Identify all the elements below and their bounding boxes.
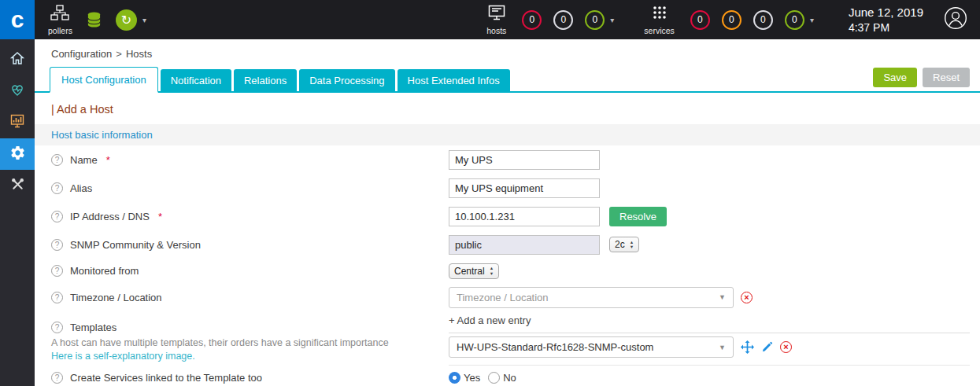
caret-down-icon: ▼ (719, 344, 726, 351)
database-status-icon[interactable] (87, 11, 102, 28)
breadcrumb-hosts[interactable]: Hosts (126, 48, 152, 60)
name-input[interactable] (449, 150, 600, 170)
radio-yes-label[interactable]: Yes (464, 372, 480, 384)
form-actions: Save Reset (873, 68, 970, 87)
topbar: c pollers ↻ ▾ hosts 0 0 0 ▾ (0, 0, 980, 39)
ip-input[interactable] (449, 207, 600, 226)
current-date: June 12, 2019 (849, 5, 923, 20)
hosts-chevron-down-icon[interactable]: ▾ (610, 16, 614, 24)
templates-help-link[interactable]: Here is a self-explanatory image. (51, 351, 195, 362)
help-icon[interactable]: ? (51, 265, 63, 277)
sidebar-item-home[interactable] (0, 44, 35, 75)
select-arrows-icon: ▲▼ (630, 240, 634, 249)
tab-data-processing[interactable]: Data Processing (299, 69, 394, 91)
help-icon[interactable]: ? (51, 292, 63, 303)
centreon-app: c pollers ↻ ▾ hosts 0 0 0 ▾ (0, 0, 980, 386)
template-edit-pencil-icon[interactable] (761, 341, 773, 353)
create-services-yes-option: Yes (449, 372, 480, 384)
host-counter-unreachable[interactable]: 0 (553, 10, 573, 30)
required-asterisk: * (158, 211, 162, 222)
sidebar (0, 39, 35, 386)
template-select[interactable]: HW-UPS-Standard-Rfc1628-SNMP-custom ▼ (449, 336, 734, 358)
help-icon[interactable]: ? (51, 182, 63, 194)
form-row-snmp: ? SNMP Community & Version 2c ▲▼ (35, 230, 980, 259)
tab-host-extended-infos[interactable]: Host Extended Infos (398, 69, 510, 91)
monitored-label-group: ? Monitored from (51, 265, 449, 277)
tab-notification[interactable]: Notification (161, 69, 231, 91)
template-delete-icon[interactable]: × (780, 341, 792, 353)
create-services-label-group: ? Create Services linked to the Template… (51, 372, 449, 384)
service-status-counters: 0 0 0 0 (690, 10, 804, 30)
user-profile-button[interactable] (944, 6, 967, 33)
form-row-alias: ? Alias (35, 174, 980, 202)
alias-label: Alias (70, 182, 92, 194)
snmp-version-select[interactable]: 2c ▲▼ (609, 237, 639, 252)
form-row-name: ? Name * (35, 145, 980, 174)
pollers-chevron-down-icon[interactable]: ▾ (142, 16, 146, 24)
snmp-community-input[interactable] (449, 235, 600, 255)
radio-no-label[interactable]: No (503, 372, 516, 384)
radio-no[interactable] (488, 372, 500, 384)
ip-label-group: ? IP Address / DNS * (51, 211, 449, 222)
host-counter-up[interactable]: 0 (585, 10, 605, 30)
monitored-from-select[interactable]: Central ▲▼ (449, 263, 499, 279)
snmp-label: SNMP Community & Version (70, 239, 201, 251)
host-counter-down[interactable]: 0 (522, 10, 542, 30)
hosts-menu[interactable]: hosts (486, 5, 506, 35)
service-counter-unknown[interactable]: 0 (753, 10, 773, 30)
caret-down-icon: ▼ (719, 293, 726, 301)
help-icon[interactable]: ? (51, 322, 63, 333)
snmp-label-group: ? SNMP Community & Version (51, 239, 449, 251)
centreon-logo[interactable]: c (0, 0, 35, 39)
monitored-from-label: Monitored from (70, 265, 139, 277)
home-icon (9, 50, 25, 69)
breadcrumb-configuration[interactable]: Configuration (51, 48, 112, 60)
service-counter-critical[interactable]: 0 (690, 10, 710, 30)
timezone-label-group: ? Timezone / Location (51, 292, 449, 303)
main-content: Configuration>Hosts Host Configuration N… (35, 39, 980, 386)
template-move-icon[interactable] (741, 340, 754, 354)
add-template-entry-link[interactable]: + Add a new entry (449, 314, 531, 326)
reset-button[interactable]: Reset (923, 68, 970, 87)
section-host-basic-information: Host basic information (35, 124, 980, 145)
tab-relations[interactable]: Relations (234, 69, 297, 91)
hosts-label: hosts (486, 26, 506, 35)
templates-label: Templates (70, 322, 116, 333)
timezone-select[interactable]: Timezone / Location ▼ (449, 287, 734, 308)
help-icon[interactable]: ? (51, 154, 63, 166)
help-icon[interactable]: ? (51, 372, 63, 384)
sidebar-item-administration[interactable] (0, 170, 35, 201)
form-row-create-services: ? Create Services linked to the Template… (35, 366, 980, 386)
sidebar-item-reporting[interactable] (0, 107, 35, 138)
templates-help-text: A host can have multiple templates, thei… (51, 337, 389, 348)
radio-yes[interactable] (449, 372, 460, 384)
required-asterisk: * (106, 154, 110, 166)
resolve-button[interactable]: Resolve (609, 207, 667, 226)
breadcrumb: Configuration>Hosts (35, 39, 980, 67)
topbar-status-area: hosts 0 0 0 ▾ services 0 0 0 0 ▾ (486, 5, 980, 35)
save-button[interactable]: Save (873, 68, 917, 87)
tab-host-configuration[interactable]: Host Configuration (50, 67, 158, 93)
services-menu[interactable]: services (644, 5, 675, 35)
pollers-menu[interactable]: pollers (48, 5, 72, 35)
user-icon (944, 6, 967, 33)
create-services-no-option: No (488, 372, 516, 384)
alias-input[interactable] (449, 178, 600, 198)
sidebar-item-monitoring[interactable] (0, 75, 35, 107)
services-chevron-down-icon[interactable]: ▾ (810, 16, 814, 24)
help-icon[interactable]: ? (51, 239, 63, 251)
gear-icon (9, 145, 26, 164)
form-row-ip: ? IP Address / DNS * Resolve (35, 202, 980, 230)
heart-pulse-icon (9, 82, 25, 101)
help-icon[interactable]: ? (51, 211, 63, 222)
clock: June 12, 2019 4:37 PM (849, 5, 923, 35)
page-title: | Add a Host (35, 93, 980, 124)
poller-restart-icon[interactable]: ↻ (116, 9, 137, 31)
timezone-clear-icon[interactable]: × (741, 292, 753, 303)
service-counter-ok[interactable]: 0 (785, 10, 804, 30)
monitored-from-value: Central (454, 266, 485, 277)
service-counter-warning[interactable]: 0 (722, 10, 741, 30)
sidebar-item-configuration[interactable] (0, 138, 35, 170)
services-label: services (644, 26, 675, 35)
timezone-placeholder: Timezone / Location (457, 292, 719, 303)
